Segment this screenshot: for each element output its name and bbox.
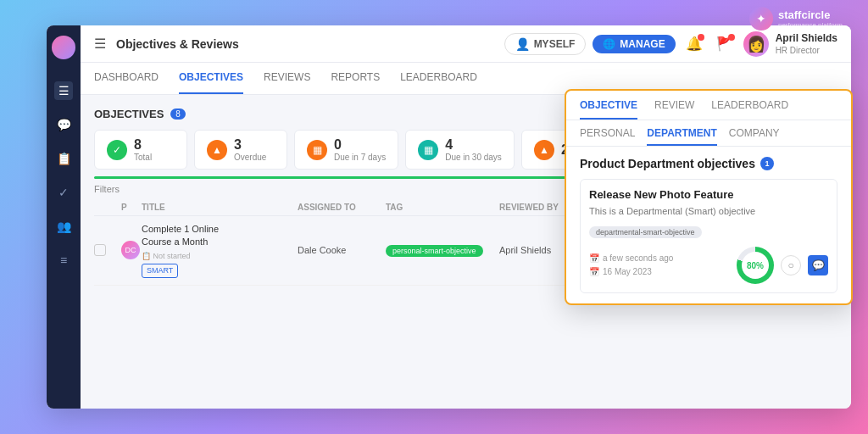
row-avatar: DC bbox=[121, 241, 140, 259]
hamburger-icon[interactable]: ☰ bbox=[94, 36, 106, 52]
popup-section-badge: 1 bbox=[760, 157, 774, 170]
topbar-title: Objectives & Reviews bbox=[116, 37, 494, 51]
myself-button[interactable]: 👤 MYSELF bbox=[504, 33, 587, 55]
row-title: Complete 1 OnlineCourse a Month 📋 Not st… bbox=[142, 223, 294, 278]
obj-card-title: Release New Photo Feature bbox=[589, 188, 828, 201]
row-smart-tag: SMART bbox=[142, 264, 178, 278]
row-priority: DC bbox=[121, 241, 138, 259]
th-title[interactable]: TITLE bbox=[142, 203, 294, 212]
user-role: HR Director bbox=[776, 46, 837, 55]
row-tag: personal-smart-objective bbox=[386, 245, 496, 255]
stat-card-total[interactable]: ✓ 8 Total bbox=[94, 130, 187, 170]
avatar[interactable]: 👩 bbox=[743, 31, 769, 57]
popup-card: OBJECTIVE REVIEW LEADERBOARD PERSONAL DE… bbox=[565, 89, 853, 305]
th-assigned[interactable]: ASSIGNED TO bbox=[298, 203, 382, 212]
th-p[interactable]: P bbox=[121, 203, 138, 212]
obj-dates: 📅 a few seconds ago 📅 16 May 2023 bbox=[589, 252, 673, 279]
obj-actions: ○ 💬 bbox=[781, 255, 828, 275]
tab-leaderboard[interactable]: LEADERBOARD bbox=[400, 63, 477, 94]
notif-badge bbox=[698, 34, 704, 41]
sidebar-icon-chart[interactable]: ≡ bbox=[54, 251, 73, 270]
stat-label-total: Total bbox=[134, 153, 152, 162]
notif-badge-2 bbox=[728, 34, 735, 41]
sidebar-logo-icon[interactable] bbox=[52, 36, 75, 59]
objectives-count: 8 bbox=[170, 108, 186, 120]
popup-tab-leaderboard[interactable]: LEADERBOARD bbox=[711, 99, 788, 120]
obj-tag: departmental-smart-objective bbox=[589, 226, 702, 238]
row-assigned: Dale Cooke bbox=[298, 245, 382, 255]
row-checkbox[interactable] bbox=[94, 244, 118, 256]
stat-icon-7days: ▦ bbox=[307, 140, 327, 160]
progress-circle: 80% bbox=[737, 247, 774, 284]
progress-inner: 80% bbox=[742, 252, 769, 279]
sidebar-icon-book[interactable]: 📋 bbox=[54, 149, 73, 168]
manage-globe-icon: 🌐 bbox=[603, 38, 615, 50]
notification-flag-icon[interactable]: 🚩 bbox=[713, 32, 737, 56]
obj-date-full: 📅 16 May 2023 bbox=[589, 265, 673, 279]
popup-tabs: OBJECTIVE REVIEW LEADERBOARD bbox=[566, 91, 851, 120]
stat-icon-overdue: ▲ bbox=[207, 140, 227, 160]
popup-subtab-company[interactable]: COMPANY bbox=[729, 127, 780, 146]
user-info: April Shields HR Director bbox=[776, 32, 837, 55]
objective-card: Release New Photo Feature This is a Depa… bbox=[580, 179, 837, 293]
objectives-heading: OBJECTIVES bbox=[94, 108, 164, 120]
topbar: ☰ Objectives & Reviews 👤 MYSELF 🌐 MANAGE… bbox=[81, 25, 851, 63]
sidebar-icon-people[interactable]: 👥 bbox=[54, 217, 73, 236]
user-name: April Shields bbox=[776, 32, 837, 46]
tab-reports[interactable]: REPORTS bbox=[331, 63, 380, 94]
obj-action-chat-button[interactable]: 💬 bbox=[808, 255, 828, 275]
user-icon: 👤 bbox=[515, 37, 530, 51]
stat-card-overdue[interactable]: ▲ 3 Overdue bbox=[194, 130, 287, 170]
popup-body: Product Department objectives 1 Release … bbox=[566, 147, 851, 303]
calendar2-icon: 📅 bbox=[589, 265, 599, 279]
obj-card-desc: This is a Departmental (Smart) objective bbox=[589, 206, 828, 216]
calendar-icon: 📅 bbox=[589, 252, 599, 265]
obj-action-circle-button[interactable]: ○ bbox=[781, 255, 801, 275]
stat-num-overdue: 3 bbox=[234, 137, 266, 153]
manage-button[interactable]: 🌐 MANAGE bbox=[593, 35, 675, 53]
stat-label-7days: Due in 7 days bbox=[334, 153, 386, 162]
sidebar-icon-chat[interactable]: 💬 bbox=[54, 115, 73, 134]
stat-label-overdue: Overdue bbox=[234, 153, 266, 162]
obj-date-ago: 📅 a few seconds ago bbox=[589, 252, 673, 265]
brand-logo: ✦ staffcircle performance platform bbox=[749, 7, 843, 31]
tab-dashboard[interactable]: DASHBOARD bbox=[94, 63, 159, 94]
row-title-text: Complete 1 OnlineCourse a Month bbox=[142, 223, 294, 249]
popup-tab-review[interactable]: REVIEW bbox=[654, 99, 694, 120]
brand-tagline: performance platform bbox=[778, 21, 843, 29]
brand-name: staffcircle bbox=[778, 8, 843, 22]
row-tag-label: personal-smart-objective bbox=[386, 245, 483, 257]
popup-tab-objective[interactable]: OBJECTIVE bbox=[580, 99, 637, 120]
th-checkbox bbox=[94, 203, 118, 212]
stat-icon-extra: ▲ bbox=[534, 140, 554, 160]
popup-subtab-department[interactable]: DEPARTMENT bbox=[647, 127, 716, 146]
sidebar-icon-menu[interactable]: ☰ bbox=[54, 81, 73, 100]
stat-label-30days: Due in 30 days bbox=[445, 153, 502, 162]
sidebar-icon-check[interactable]: ✓ bbox=[54, 183, 73, 202]
stat-num-total: 8 bbox=[134, 137, 152, 153]
th-tag[interactable]: TAG bbox=[386, 203, 496, 212]
sidebar: ☰ 💬 📋 ✓ 👥 ≡ bbox=[47, 25, 81, 409]
topbar-actions: 👤 MYSELF 🌐 MANAGE 🔔 🚩 👩 April Shields HR… bbox=[504, 31, 837, 57]
tab-reviews[interactable]: REVIEWS bbox=[264, 63, 310, 94]
popup-subtabs: PERSONAL DEPARTMENT COMPANY bbox=[566, 120, 851, 147]
tab-objectives[interactable]: OBJECTIVES bbox=[179, 63, 243, 94]
stat-num-7days: 0 bbox=[334, 137, 386, 153]
row-status: 📋 Not started bbox=[142, 251, 294, 262]
stat-icon-total: ✓ bbox=[107, 140, 127, 160]
obj-card-bottom: 📅 a few seconds ago 📅 16 May 2023 80% bbox=[589, 247, 828, 284]
popup-subtab-personal[interactable]: PERSONAL bbox=[580, 127, 635, 146]
filters-label[interactable]: Filters bbox=[94, 184, 120, 194]
notification-bell-icon[interactable]: 🔔 bbox=[682, 32, 706, 56]
stat-icon-30days: ▦ bbox=[418, 140, 438, 160]
stat-num-30days: 4 bbox=[445, 137, 502, 153]
popup-section-title: Product Department objectives 1 bbox=[580, 157, 837, 170]
brand-icon: ✦ bbox=[749, 7, 773, 31]
stat-card-7days[interactable]: ▦ 0 Due in 7 days bbox=[294, 130, 398, 170]
stat-card-30days[interactable]: ▦ 4 Due in 30 days bbox=[405, 130, 515, 170]
